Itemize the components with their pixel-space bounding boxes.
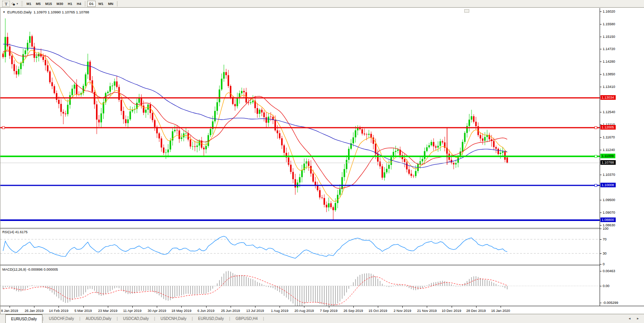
- price-tick-label: 1.12540: [603, 110, 615, 114]
- chart-tab-bar: EURUSD,Daily|USDCHF,Daily|AUDUSD,Daily|U…: [0, 314, 644, 323]
- dropdown-caret-icon: ▼: [16, 3, 18, 5]
- date-tick-mark: [108, 306, 108, 308]
- toolbar-grip: [21, 1, 23, 6]
- text-tool-icon[interactable]: T: [2, 1, 10, 7]
- objects-dropdown-button[interactable]: ◇ ◆ ▼: [11, 2, 18, 6]
- chart-tab-7[interactable]: GBPUSD,H4: [230, 314, 263, 323]
- price-tick-mark: [600, 213, 602, 213]
- rsi-tick-label: 0: [603, 262, 605, 266]
- price-tick-mark: [600, 62, 602, 62]
- macd-histogram: [3, 271, 507, 306]
- date-tick-mark: [476, 306, 476, 308]
- price-tick-label: 1.16020: [603, 10, 615, 13]
- macd-tick-label: 0.00: [603, 284, 610, 288]
- rsi-indicator-label: RSI(14) 41.6175: [2, 230, 28, 234]
- price-badge: 1.12005: [600, 125, 616, 130]
- macd-tick-mark: [600, 271, 602, 271]
- chart-tab-2[interactable]: USDCHF,Daily: [44, 314, 80, 323]
- price-tick-label: 1.10370: [603, 173, 615, 177]
- chart-title: ▼ EURUSD,Daily 1.10970 1.10990 1.10765 1…: [3, 10, 89, 14]
- date-tick-mark: [34, 306, 34, 308]
- date-tick-label: 26 Jan 2019: [24, 309, 44, 313]
- price-tick-mark: [600, 150, 602, 150]
- date-tick-label: 21 Nov 2019: [417, 309, 437, 313]
- price-pane[interactable]: [0, 8, 600, 228]
- date-tick-mark: [255, 306, 255, 308]
- rsi-tick-mark: [600, 264, 602, 265]
- line-handle[interactable]: [2, 127, 5, 129]
- rsi-line: [3, 236, 507, 258]
- rsi-tick-label: 30: [603, 252, 607, 255]
- rsi-tick-mark: [600, 253, 602, 254]
- price-tick-mark: [600, 24, 602, 24]
- chart-tab-6[interactable]: EURUSD,Daily: [193, 314, 229, 323]
- timeframe-button-m30[interactable]: M30: [55, 1, 65, 7]
- timeframe-button-m5[interactable]: M5: [34, 1, 43, 7]
- price-axis[interactable]: 1.160201.155801.151501.147201.142801.138…: [600, 8, 644, 306]
- price-tick-mark: [600, 137, 602, 138]
- moving-averages: [3, 44, 507, 201]
- timeframe-button-w1[interactable]: W1: [96, 1, 106, 7]
- macd-tick-mark: [600, 286, 602, 286]
- date-tick-mark: [304, 306, 304, 308]
- timeframe-button-h4[interactable]: H4: [75, 1, 83, 7]
- price-badge: 1.11009: [600, 154, 615, 158]
- chart-tab-5[interactable]: USDCNH,Daily: [155, 314, 192, 323]
- macd-tick-mark: [600, 303, 602, 303]
- date-tick-label: 5 Mar 2019: [75, 309, 92, 313]
- date-tick-mark: [501, 306, 501, 308]
- toolbar-separator: [85, 1, 85, 6]
- date-tick-mark: [157, 306, 157, 308]
- timeframe-button-d1[interactable]: D1: [87, 1, 96, 7]
- price-tick-label: 1.15580: [603, 22, 615, 26]
- price-tick-label: 1.13850: [603, 72, 615, 76]
- price-tick-mark: [600, 87, 602, 87]
- date-tick-label: 13 Jul 2019: [246, 309, 264, 313]
- date-tick-label: 26 Sep 2019: [343, 309, 363, 313]
- tabs-scroll-left-icon[interactable]: ◄: [628, 317, 631, 320]
- timeframe-button-m1[interactable]: M1: [24, 1, 33, 7]
- timeframe-button-h1[interactable]: H1: [66, 1, 74, 7]
- chart-tab-1[interactable]: EURUSD,Daily: [5, 314, 42, 323]
- timeframe-button-m15[interactable]: M15: [43, 1, 54, 7]
- line-handle[interactable]: [595, 155, 597, 157]
- date-tick-label: 28 Dec 2019: [466, 309, 486, 313]
- date-tick-mark: [10, 306, 10, 308]
- date-tick-label: 6 Jun 2019: [197, 309, 215, 313]
- chart-shift-marker[interactable]: [464, 9, 469, 13]
- date-tick-mark: [231, 306, 231, 308]
- chart-window: ▼ EURUSD,Daily 1.10970 1.10990 1.10765 1…: [0, 8, 644, 314]
- rsi-tick-mark: [600, 229, 602, 229]
- chart-menu-triangle-icon[interactable]: ▼: [3, 11, 5, 13]
- date-tick-mark: [427, 306, 427, 308]
- rsi-pane[interactable]: [0, 229, 600, 265]
- price-tick-mark: [600, 49, 602, 49]
- rsi-tick-label: 100: [603, 227, 608, 230]
- price-tick-label: 1.11670: [603, 135, 615, 139]
- macd-pane[interactable]: [0, 266, 600, 306]
- price-tick-label: 1.15150: [603, 35, 615, 39]
- tabs-scroll-right-icon[interactable]: ►: [636, 317, 639, 320]
- horizontal-lines[interactable]: [0, 98, 600, 220]
- price-badge: 1.08800: [600, 217, 616, 222]
- price-tick-mark: [600, 225, 602, 226]
- date-tick-mark: [83, 306, 84, 308]
- date-tick-mark: [206, 306, 207, 308]
- chart-tab-4[interactable]: USDCAD,Daily: [118, 314, 154, 323]
- line-handle[interactable]: [595, 184, 597, 187]
- date-tick-label: 30 Apr 2019: [148, 309, 166, 313]
- toolbar-separator: [117, 1, 117, 6]
- rsi-tick-mark: [600, 239, 602, 240]
- candles: [2, 18, 508, 221]
- date-tick-mark: [353, 306, 354, 308]
- chart-tab-3[interactable]: AUDUSD,Daily: [80, 314, 117, 323]
- price-tick-mark: [600, 200, 602, 200]
- top-toolbar: T ◇ ◆ ▼ M1M5M15M30H1H4D1W1MN: [0, 0, 644, 8]
- date-tick-label: 14 Feb 2019: [49, 309, 68, 313]
- timeframe-button-mn[interactable]: MN: [106, 1, 115, 7]
- chart-ohlc-values: 1.10970 1.10990 1.10765 1.10788: [34, 10, 89, 14]
- line-handle[interactable]: [595, 127, 597, 129]
- price-tick-label: 1.14280: [603, 60, 615, 63]
- price-badge: 1.13034: [600, 95, 616, 100]
- pane-splitter-macd[interactable]: [0, 265, 644, 266]
